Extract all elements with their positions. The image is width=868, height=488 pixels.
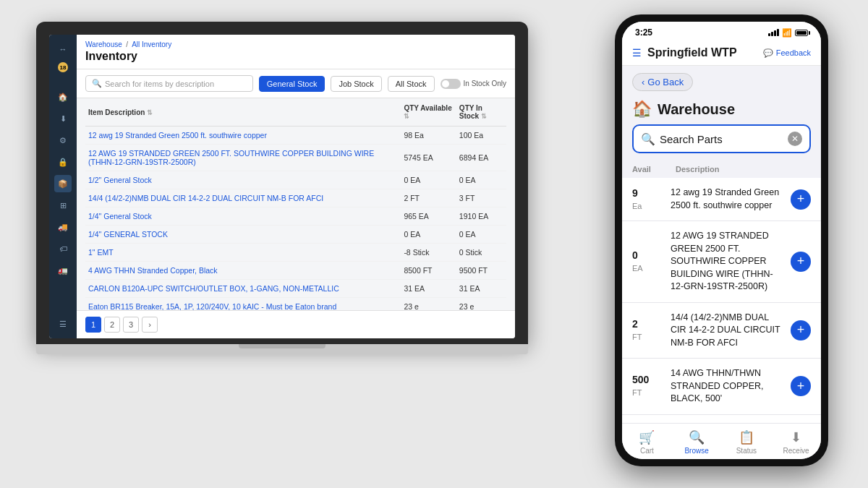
status-time: 3:25 <box>635 27 652 38</box>
warehouse-title: Warehouse <box>658 101 735 118</box>
row-qty-avail: 2 FT <box>401 189 456 207</box>
row-qty-avail: 0 EA <box>401 171 456 189</box>
sidebar-grid-icon[interactable]: ⊞ <box>54 197 72 214</box>
list-item[interactable]: 9 Ea 12 awg 19 Stranded Green 2500 ft. s… <box>622 178 821 221</box>
breadcrumb-warehouse[interactable]: Warehouse <box>85 40 122 48</box>
tab-job-stock[interactable]: Job Stock <box>331 76 381 92</box>
sidebar-menu-icon[interactable]: ☰ <box>54 315 72 333</box>
table-row[interactable]: Eaton BR115 Breaker, 15A, 1P, 120/240V, … <box>85 298 506 311</box>
row-qty-avail: 5745 EA <box>401 145 456 171</box>
row-qty-stock: 0 EA <box>456 171 506 189</box>
nav-item-receive[interactable]: ⬇ Receive <box>771 428 821 456</box>
phone-item-list: 9 Ea 12 awg 19 Stranded Green 2500 ft. s… <box>622 178 821 423</box>
phone-app-title: Springfield WTP <box>647 46 737 59</box>
sidebar-lock-icon[interactable]: 🔒 <box>54 153 72 171</box>
nav-label-status: Status <box>736 447 757 455</box>
laptop-display: ↔ 18 🏠 ⬇ ⚙ 🔒 📦 ⊞ 🚚 🏷 🚛 ☰ Warehouse <box>49 35 515 338</box>
back-row: ‹ Go Back <box>622 66 821 95</box>
row-desc[interactable]: CARLON B120A-UPC SWITCH/OUTLET BOX, 1-GA… <box>85 280 401 298</box>
sidebar-vehicle-icon[interactable]: 🚛 <box>54 262 72 279</box>
table-row[interactable]: 14/4 (14/2-2)NMB DUAL CIR 14-2-2 DUAL CI… <box>85 189 506 207</box>
list-item[interactable]: 2 FT 14/4 (14/2-2)NMB DUAL CIR 14-2-2 DU… <box>622 303 821 359</box>
table-row[interactable]: 1/4" GENERAL STOCK 0 EA 0 EA <box>85 226 506 244</box>
col-header-qty-avail[interactable]: QTY Available ⇅ <box>401 98 456 127</box>
sidebar-expand-icon[interactable]: ↔ <box>54 40 72 58</box>
row-qty-avail: 31 EA <box>401 280 456 298</box>
feedback-button[interactable]: 💬 Feedback <box>763 48 811 58</box>
hamburger-icon[interactable]: ☰ <box>632 47 642 59</box>
row-desc[interactable]: 1/2" General Stock <box>85 171 401 189</box>
phone-app-header: ☰ Springfield WTP 💬 Feedback <box>622 40 821 66</box>
row-desc[interactable]: 12 awg 19 Stranded Green 2500 ft. southw… <box>85 127 401 145</box>
col-header-qty-stock[interactable]: QTY In Stock ⇅ <box>456 98 506 127</box>
phone-content: ‹ Go Back 🏠 Warehouse 🔍 Search Parts ✕ <box>622 66 821 423</box>
item-avail-unit: FT <box>632 333 642 341</box>
feedback-label: Feedback <box>776 48 811 57</box>
item-avail-unit: FT <box>632 388 642 397</box>
item-description: 12 awg 19 Stranded Green 2500 ft. southw… <box>671 187 785 212</box>
sidebar-download-icon[interactable]: ⬇ <box>54 110 72 127</box>
phone-outer: 3:25 📶 ☰ Sp <box>615 14 828 466</box>
row-desc[interactable]: 1/4" GENERAL STOCK <box>85 226 401 244</box>
nav-item-browse[interactable]: 🔍 Browse <box>672 428 722 456</box>
back-label: Go Back <box>647 77 684 87</box>
add-item-button[interactable]: + <box>791 252 811 272</box>
laptop-sidebar: ↔ 18 🏠 ⬇ ⚙ 🔒 📦 ⊞ 🚚 🏷 🚛 ☰ <box>49 35 77 338</box>
page-2[interactable]: 2 <box>104 317 120 333</box>
item-avail: 9 Ea <box>632 187 665 212</box>
table-row[interactable]: 1" EMT -8 Stick 0 Stick <box>85 244 506 262</box>
tab-general-stock[interactable]: General Stock <box>259 76 326 92</box>
table-row[interactable]: 12 awg 19 Stranded Green 2500 ft. southw… <box>85 127 506 145</box>
in-stock-toggle-wrap: In Stock Only <box>441 79 506 89</box>
phone-screen: 3:25 📶 ☰ Sp <box>622 22 821 459</box>
sidebar-warehouse-icon[interactable]: 📦 <box>54 175 72 192</box>
sidebar-settings-icon[interactable]: ⚙ <box>54 132 72 149</box>
nav-item-status[interactable]: 📋 Status <box>722 428 772 456</box>
col-header-desc[interactable]: Item Description ⇅ <box>85 98 401 127</box>
laptop-base <box>36 344 528 354</box>
table-row[interactable]: CARLON B120A-UPC SWITCH/OUTLET BOX, 1-GA… <box>85 280 506 298</box>
sidebar-tag-icon[interactable]: 🏷 <box>54 240 72 257</box>
item-avail-num: 2 <box>632 318 665 330</box>
sidebar-truck-icon[interactable]: 🚚 <box>54 218 72 236</box>
row-desc[interactable]: 1/4" General Stock <box>85 207 401 226</box>
list-item[interactable]: 0 EA 12 AWG 19 STRANDED GREEN 2500 FT. S… <box>622 221 821 303</box>
toggle-label: In Stock Only <box>464 80 506 87</box>
table-row[interactable]: 1/2" General Stock 0 EA 0 EA <box>85 171 506 189</box>
nav-item-cart[interactable]: 🛒 Cart <box>622 428 672 456</box>
add-item-button[interactable]: + <box>791 189 811 210</box>
in-stock-toggle[interactable] <box>441 79 461 89</box>
table-row[interactable]: 12 AWG 19 STRANDED GREEN 2500 FT. SOUTHW… <box>85 145 506 171</box>
row-desc[interactable]: Eaton BR115 Breaker, 15A, 1P, 120/240V, … <box>85 298 401 311</box>
item-avail-num: 500 <box>632 374 665 385</box>
add-item-button[interactable]: + <box>791 320 811 341</box>
row-qty-avail: -8 Stick <box>401 244 456 262</box>
row-desc[interactable]: 14/4 (14/2-2)NMB DUAL CIR 14-2-2 DUAL CI… <box>85 189 401 207</box>
phone-search-icon: 🔍 <box>641 132 655 146</box>
phone-status-bar: 3:25 📶 <box>622 22 821 40</box>
page-next[interactable]: › <box>142 317 158 333</box>
add-item-button[interactable]: + <box>791 376 811 396</box>
col-avail-header: Avail <box>632 165 676 174</box>
item-avail-num: 9 <box>632 187 665 199</box>
nav-icon-cart: 🛒 <box>639 429 655 445</box>
list-item[interactable]: 0 EA 1/4" General Stock + <box>622 415 821 424</box>
item-description: 12 AWG 19 STRANDED GREEN 2500 FT. SOUTHW… <box>671 230 785 294</box>
page-3[interactable]: 3 <box>123 317 139 333</box>
warehouse-icon: 🏠 <box>632 100 652 119</box>
row-desc[interactable]: 1" EMT <box>85 244 401 262</box>
phone-search-box[interactable]: 🔍 Search Parts ✕ <box>632 124 811 153</box>
tab-all-stock[interactable]: All Stock <box>388 76 435 92</box>
phone-device: 3:25 📶 ☰ Sp <box>615 14 828 466</box>
list-item[interactable]: 500 FT 14 AWG THHN/THWN STRANDED COPPER,… <box>622 359 821 415</box>
table-row[interactable]: 1/4" General Stock 965 EA 1910 EA <box>85 207 506 226</box>
clear-search-button[interactable]: ✕ <box>788 132 802 146</box>
page-1[interactable]: 1 <box>85 317 101 333</box>
search-input-box[interactable]: 🔍 Search for items by description <box>85 75 253 92</box>
row-qty-stock: 0 EA <box>456 226 506 244</box>
sidebar-home-icon[interactable]: 🏠 <box>54 88 72 106</box>
back-button[interactable]: ‹ Go Back <box>632 73 693 91</box>
row-desc[interactable]: 4 AWG THHN Stranded Copper, Black <box>85 262 401 280</box>
row-desc[interactable]: 12 AWG 19 STRANDED GREEN 2500 FT. SOUTHW… <box>85 145 401 171</box>
table-row[interactable]: 4 AWG THHN Stranded Copper, Black 8500 F… <box>85 262 506 280</box>
